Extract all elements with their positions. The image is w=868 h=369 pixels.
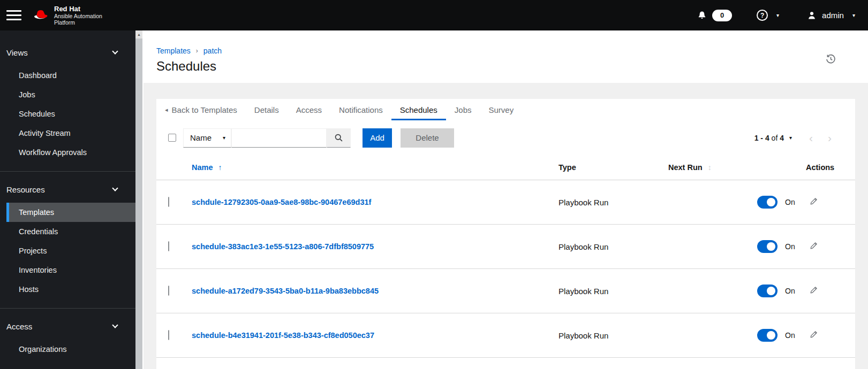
sort-updown-icon: ↕	[708, 163, 712, 172]
sidebar-item-dashboard[interactable]: Dashboard	[0, 66, 135, 85]
edit-schedule-button[interactable]	[808, 285, 819, 297]
schedule-name-link[interactable]: schdule-12792305-0aa9-5ae8-98bc-90467e69…	[192, 198, 371, 206]
tab-schedules[interactable]: Schedules	[391, 99, 446, 120]
search-button[interactable]	[327, 128, 351, 148]
column-header-actions: Actions	[797, 163, 855, 172]
sidebar-item-label: Workflow Approvals	[19, 148, 87, 157]
sidebar-item-credentials[interactable]: Credentials	[0, 222, 135, 241]
user-caret-icon[interactable]: ▾	[852, 12, 855, 18]
row-checkbox[interactable]	[168, 197, 169, 207]
schedule-toggle-switch[interactable]	[757, 196, 778, 209]
history-icon	[826, 54, 836, 64]
vertical-scrollbar: ▲	[135, 30, 144, 369]
schedule-name-link[interactable]: schedule-383ac1e3-1e55-5123-a806-7dfbf85…	[192, 242, 374, 251]
user-menu[interactable]: admin ▾	[807, 11, 855, 20]
nav-group-access[interactable]: Access	[0, 320, 135, 332]
tab-access[interactable]: Access	[288, 99, 330, 120]
breadcrumb-patch-link[interactable]: patch	[203, 47, 222, 55]
help-caret-icon[interactable]: ▾	[776, 12, 779, 18]
pencil-icon	[809, 286, 818, 295]
edit-schedule-button[interactable]	[808, 329, 819, 342]
brand-text: Red Hat Ansible Automation Platform	[54, 5, 102, 26]
nav-group-views[interactable]: Views	[0, 47, 135, 58]
sidebar-item-label: Projects	[19, 247, 47, 255]
brand-logo: Red Hat Ansible Automation Platform	[33, 5, 102, 26]
toggle-knob	[767, 198, 775, 206]
tab-notifications[interactable]: Notifications	[330, 99, 391, 120]
schedule-name-link[interactable]: schedule-b4e31941-201f-5e38-b343-cf8ed05…	[192, 331, 374, 340]
scrollbar-up-arrow[interactable]: ▲	[135, 30, 142, 39]
sidebar-item-templates[interactable]: Templates	[6, 203, 135, 222]
filter-type-select[interactable]: Name ▾	[183, 128, 231, 148]
sidebar-item-workflow-approvals[interactable]: Workflow Approvals	[0, 143, 135, 162]
help-menu[interactable]: ? ▾	[757, 10, 779, 21]
tab-bar: ◂ Back to Templates Details Access Notif…	[156, 99, 855, 120]
pagination-range: 1 - 4	[754, 134, 769, 142]
notifications-bell-icon[interactable]	[697, 11, 707, 20]
sidebar-nav: Views Dashboard Jobs Schedules Activity …	[0, 30, 135, 369]
pagination-total: 4	[780, 134, 784, 142]
sidebar-item-activity-stream[interactable]: Activity Stream	[0, 124, 135, 143]
delete-button[interactable]: Delete	[401, 128, 454, 148]
sidebar-divider	[0, 171, 135, 172]
sort-ascending-icon: ↑	[218, 163, 222, 172]
pagination: 1 - 4 of 4 ▾ ‹ ›	[754, 132, 839, 143]
breadcrumb: Templates › patch	[156, 47, 855, 55]
tab-details[interactable]: Details	[246, 99, 288, 120]
schedule-toggle-switch[interactable]	[757, 285, 778, 297]
sidebar-item-label: Hosts	[19, 285, 39, 294]
row-checkbox[interactable]	[168, 241, 169, 251]
user-icon	[807, 11, 817, 20]
list-toolbar: Name ▾ Add Delete	[156, 120, 855, 155]
help-icon[interactable]: ?	[757, 10, 768, 21]
tab-label: Survey	[489, 105, 514, 114]
sidebar-item-hosts[interactable]: Hosts	[0, 280, 135, 299]
page-header: Templates › patch Schedules	[144, 30, 868, 83]
pagination-prev-button[interactable]: ‹	[802, 132, 820, 143]
column-header-name[interactable]: Name ↑	[182, 163, 550, 172]
table-row: schdule-12792305-0aa9-5ae8-98bc-90467e69…	[156, 180, 855, 225]
add-button[interactable]: Add	[363, 128, 392, 148]
pagination-caret-icon[interactable]: ▾	[789, 135, 792, 141]
sidebar-item-schedules[interactable]: Schedules	[0, 104, 135, 124]
row-checkbox[interactable]	[168, 286, 169, 296]
sidebar-item-jobs[interactable]: Jobs	[0, 85, 135, 104]
column-header-label: Name	[192, 163, 213, 172]
tab-survey[interactable]: Survey	[480, 99, 523, 120]
tab-label: Notifications	[339, 105, 383, 114]
tab-back-to-templates[interactable]: ◂ Back to Templates	[156, 99, 246, 120]
chevron-down-icon	[112, 48, 118, 54]
toggle-state-label: On	[785, 287, 795, 295]
row-checkbox[interactable]	[168, 330, 169, 340]
tab-label: Details	[254, 105, 279, 114]
search-input[interactable]	[231, 128, 327, 148]
breadcrumb-templates-link[interactable]: Templates	[156, 47, 191, 55]
select-all-checkbox[interactable]	[168, 134, 176, 142]
notification-count-badge[interactable]: 0	[712, 10, 732, 21]
pagination-next-button[interactable]: ›	[820, 132, 839, 143]
sidebar-item-projects[interactable]: Projects	[0, 241, 135, 260]
sidebar-item-organizations[interactable]: Organizations	[0, 340, 135, 359]
schedule-name-link[interactable]: schedule-a172ed79-3543-5ba0-b11a-9ba83eb…	[192, 287, 379, 295]
scrollbar-thumb[interactable]	[135, 39, 142, 369]
history-button[interactable]	[826, 54, 836, 66]
nav-group-resources[interactable]: Resources	[0, 183, 135, 195]
brand-name: Red Hat	[54, 5, 102, 13]
chevron-down-icon	[112, 185, 118, 191]
hamburger-menu-icon[interactable]	[6, 10, 21, 20]
toggle-knob	[767, 287, 775, 295]
masthead: Red Hat Ansible Automation Platform 0 ? …	[0, 0, 868, 30]
filter-selected-label: Name	[190, 133, 212, 142]
sidebar-item-inventories[interactable]: Inventories	[0, 260, 135, 280]
toggle-knob	[767, 331, 775, 340]
schedule-toggle-switch[interactable]	[757, 329, 778, 342]
app-window: Red Hat Ansible Automation Platform 0 ? …	[0, 0, 868, 369]
select-caret-icon: ▾	[223, 135, 225, 141]
sidebar-item-label: Schedules	[19, 110, 55, 118]
edit-schedule-button[interactable]	[808, 240, 819, 253]
edit-schedule-button[interactable]	[808, 196, 819, 209]
schedule-toggle-switch[interactable]	[757, 240, 778, 253]
tab-jobs[interactable]: Jobs	[446, 99, 480, 120]
main-content: Templates › patch Schedules	[144, 30, 868, 369]
column-header-next-run[interactable]: Next Run ↕	[660, 163, 749, 172]
